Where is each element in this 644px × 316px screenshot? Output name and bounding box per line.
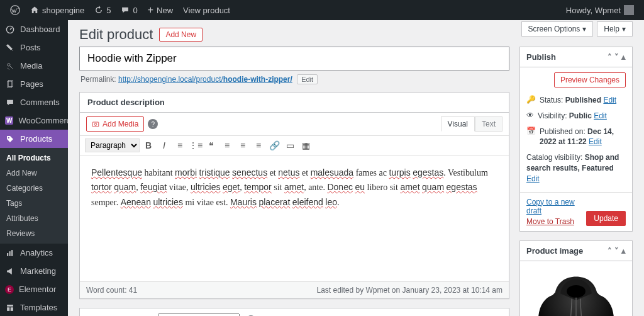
panel-toggle-icon[interactable]: ▴ bbox=[621, 52, 626, 62]
sub-tags[interactable]: Tags bbox=[0, 196, 68, 211]
product-image-thumb[interactable]: ? bbox=[520, 261, 632, 316]
eye-icon: 👁 bbox=[526, 111, 534, 120]
format-select[interactable]: Paragraph bbox=[85, 138, 140, 152]
svg-rect-7 bbox=[9, 251, 11, 256]
more-button[interactable]: ▭ bbox=[283, 138, 297, 152]
toolbar-toggle-button[interactable]: ▦ bbox=[299, 138, 313, 152]
svg-point-2 bbox=[8, 63, 10, 65]
camera-icon bbox=[92, 120, 99, 128]
menu-dashboard[interactable]: Dashboard bbox=[0, 20, 68, 38]
sub-attributes[interactable]: Attributes bbox=[0, 211, 68, 226]
help-icon[interactable]: ? bbox=[148, 119, 158, 129]
updates[interactable]: 5 bbox=[89, 0, 116, 20]
permalink-edit-button[interactable]: Edit bbox=[297, 74, 318, 84]
svg-rect-10 bbox=[7, 307, 9, 311]
svg-point-20 bbox=[567, 285, 586, 297]
edit-visibility[interactable]: Edit bbox=[594, 111, 607, 120]
edit-status[interactable]: Edit bbox=[603, 96, 616, 104]
admin-bar: shopengine 5 0 +New View product Howdy, … bbox=[0, 0, 644, 20]
product-description-box: Product description Add Media ? Visual T… bbox=[79, 92, 509, 299]
sub-add-new[interactable]: Add New bbox=[0, 166, 68, 181]
site-home[interactable]: shopengine bbox=[25, 0, 89, 20]
align-right-button[interactable]: ≡ bbox=[252, 138, 265, 152]
product-title-input[interactable] bbox=[79, 47, 509, 71]
update-button[interactable]: Update bbox=[586, 211, 626, 226]
menu-media[interactable]: Media bbox=[0, 57, 68, 75]
hoodie-image bbox=[524, 265, 628, 316]
sub-reviews[interactable]: Reviews bbox=[0, 226, 68, 241]
add-new-button[interactable]: Add New bbox=[159, 28, 203, 42]
menu-elementor[interactable]: EElementor bbox=[0, 280, 68, 298]
align-center-button[interactable]: ≡ bbox=[236, 138, 250, 152]
edit-catalog[interactable]: Edit bbox=[526, 174, 540, 183]
panel-down-icon[interactable]: ˅ bbox=[614, 52, 619, 62]
help-toggle[interactable]: Help ▾ bbox=[597, 21, 633, 37]
svg-point-19 bbox=[94, 123, 97, 126]
calendar-icon: 📅 bbox=[526, 127, 536, 135]
svg-rect-11 bbox=[11, 307, 13, 311]
menu-marketing[interactable]: Marketing bbox=[0, 262, 68, 280]
bold-button[interactable]: B bbox=[142, 138, 155, 152]
menu-templates[interactable]: Templates bbox=[0, 298, 68, 316]
add-media-button[interactable]: Add Media bbox=[86, 116, 144, 132]
preview-changes-button[interactable]: Preview Changes bbox=[554, 72, 626, 87]
view-product[interactable]: View product bbox=[178, 0, 235, 20]
products-submenu: All Products Add New Categories Tags Att… bbox=[0, 148, 68, 244]
main-content: Screen Options ▾ Help ▾ Edit product Add… bbox=[68, 20, 644, 316]
permalink-url[interactable]: http://shopengine.local/product/hoodie-w… bbox=[118, 75, 292, 84]
link-button[interactable]: 🔗 bbox=[267, 138, 281, 152]
panel-down-icon[interactable]: ˅ bbox=[614, 246, 619, 256]
svg-rect-6 bbox=[7, 253, 8, 256]
description-heading: Product description bbox=[80, 93, 509, 113]
publish-panel: Publish ˄ ˅ ▴ Preview Changes 🔑Status: P… bbox=[519, 47, 633, 232]
ol-button[interactable]: ⋮≡ bbox=[189, 138, 203, 152]
word-count: Word count: 41 bbox=[86, 286, 137, 295]
copy-draft-link[interactable]: Copy to a new draft bbox=[526, 198, 586, 215]
ul-button[interactable]: ≡ bbox=[173, 138, 187, 152]
panel-toggle-icon[interactable]: ▴ bbox=[621, 246, 626, 256]
editor-content[interactable]: Pellentesque habitant morbi tristique se… bbox=[80, 155, 509, 281]
panel-up-icon[interactable]: ˄ bbox=[608, 52, 612, 62]
product-data-box: Product data — Simple product ? Virtual:… bbox=[79, 308, 509, 316]
tinymce-toolbar: Paragraph B I ≡ ⋮≡ ❝ ≡ ≡ ≡ 🔗 ▭ ▦ bbox=[80, 136, 509, 155]
menu-comments[interactable]: Comments bbox=[0, 93, 68, 111]
italic-button[interactable]: I bbox=[157, 138, 171, 152]
move-to-trash-link[interactable]: Move to Trash bbox=[526, 217, 586, 226]
svg-rect-18 bbox=[92, 122, 99, 127]
avatar-icon bbox=[624, 5, 634, 15]
svg-point-5 bbox=[8, 137, 9, 138]
my-account[interactable]: Howdy, Wpmet bbox=[561, 0, 639, 20]
last-edited: Last edited by Wpmet on January 23, 2023… bbox=[316, 286, 502, 295]
product-image-panel: Product image ˄ ˅ ▴ bbox=[519, 240, 633, 316]
menu-woocommerce[interactable]: WWooCommerce bbox=[0, 111, 68, 130]
sub-all-products[interactable]: All Products bbox=[0, 150, 68, 166]
sub-categories[interactable]: Categories bbox=[0, 181, 68, 196]
comments-count[interactable]: 0 bbox=[116, 0, 142, 20]
svg-rect-9 bbox=[7, 305, 13, 307]
svg-rect-8 bbox=[11, 250, 13, 256]
panel-up-icon[interactable]: ˄ bbox=[608, 246, 612, 256]
key-icon: 🔑 bbox=[526, 95, 536, 104]
menu-posts[interactable]: Posts bbox=[0, 38, 68, 57]
tab-visual[interactable]: Visual bbox=[441, 116, 475, 132]
menu-products[interactable]: Products bbox=[0, 130, 68, 148]
admin-sidebar: Dashboard Posts Media Pages Comments WWo… bbox=[0, 20, 68, 316]
new-content[interactable]: +New bbox=[143, 0, 178, 20]
product-type-select[interactable]: Simple product bbox=[158, 313, 240, 316]
menu-analytics[interactable]: Analytics bbox=[0, 244, 68, 262]
screen-options-toggle[interactable]: Screen Options ▾ bbox=[521, 21, 594, 37]
permalink-row: Permalink: http://shopengine.local/produ… bbox=[80, 74, 508, 84]
edit-date[interactable]: Edit bbox=[589, 137, 602, 146]
menu-pages[interactable]: Pages bbox=[0, 75, 68, 93]
tab-text[interactable]: Text bbox=[475, 116, 502, 132]
align-left-button[interactable]: ≡ bbox=[220, 138, 234, 152]
wp-logo[interactable] bbox=[5, 0, 25, 20]
quote-button[interactable]: ❝ bbox=[204, 138, 218, 152]
